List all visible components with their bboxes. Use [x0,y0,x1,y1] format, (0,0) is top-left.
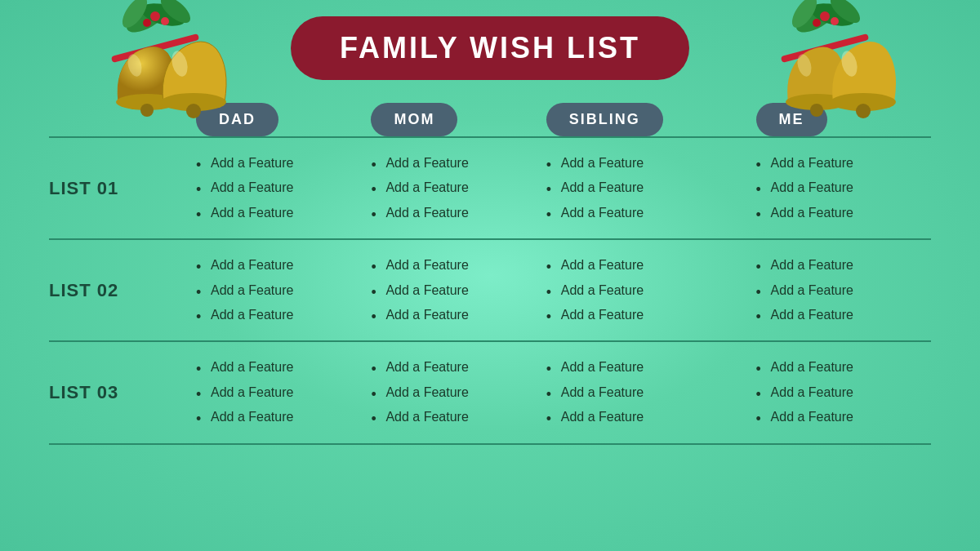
row-label-1: LIST 01 [49,178,118,198]
feature-item: Add a Feature [196,176,371,200]
feature-item: Add a Feature [756,405,931,429]
feature-item: Add a Feature [371,253,546,278]
wish-list-table: DAD MOM SIBLING ME LIST 01Add a FeatureA… [49,96,931,445]
feature-item: Add a Feature [756,253,931,278]
cell-row1-me: Add a FeatureAdd a FeatureAdd a Feature [756,137,931,239]
svg-point-4 [150,11,160,21]
feature-item: Add a Feature [546,303,756,327]
cell-row1-dad: Add a FeatureAdd a FeatureAdd a Feature [196,137,371,239]
feature-item: Add a Feature [546,355,756,380]
feature-item: Add a Feature [196,405,371,429]
feature-item: Add a Feature [371,201,546,225]
feature-item: Add a Feature [546,278,756,303]
feature-item: Add a Feature [196,303,371,327]
table-row: LIST 01Add a FeatureAdd a FeatureAdd a F… [49,137,931,239]
cell-row3-mom: Add a FeatureAdd a FeatureAdd a Feature [371,342,546,443]
feature-item: Add a Feature [756,303,931,327]
table-divider-bottom [49,444,931,445]
feature-item: Add a Feature [196,355,371,380]
bell-left-decoration [74,0,237,131]
feature-item: Add a Feature [546,405,756,429]
cell-row2-me: Add a FeatureAdd a FeatureAdd a Feature [756,240,931,341]
table-row: LIST 03Add a FeatureAdd a FeatureAdd a F… [49,342,931,443]
feature-item: Add a Feature [546,380,756,405]
feature-item: Add a Feature [196,201,371,225]
page-title: FAMILY WISH LIST [340,31,640,65]
row-label-3: LIST 03 [49,382,118,402]
svg-point-26 [856,104,871,118]
svg-point-12 [186,104,201,118]
feature-item: Add a Feature [756,380,931,405]
feature-item: Add a Feature [196,253,371,278]
svg-point-23 [810,104,823,117]
feature-item: Add a Feature [756,355,931,380]
header: FAMILY WISH LIST [0,0,980,80]
feature-item: Add a Feature [196,151,371,176]
feature-item: Add a Feature [756,278,931,303]
feature-item: Add a Feature [371,380,546,405]
cell-row2-dad: Add a FeatureAdd a FeatureAdd a Feature [196,240,371,341]
feature-item: Add a Feature [371,303,546,327]
feature-item: Add a Feature [756,201,931,225]
title-badge: FAMILY WISH LIST [291,16,689,80]
feature-item: Add a Feature [371,151,546,176]
feature-item: Add a Feature [756,176,931,200]
cell-row1-mom: Add a FeatureAdd a FeatureAdd a Feature [371,137,546,239]
cell-row3-me: Add a FeatureAdd a FeatureAdd a Feature [756,342,931,443]
feature-item: Add a Feature [546,176,756,200]
feature-item: Add a Feature [546,253,756,278]
cell-row1-sibling: Add a FeatureAdd a FeatureAdd a Feature [546,137,756,239]
feature-item: Add a Feature [756,151,931,176]
table-row: LIST 02Add a FeatureAdd a FeatureAdd a F… [49,240,931,341]
feature-item: Add a Feature [371,405,546,429]
svg-point-5 [161,17,169,25]
feature-item: Add a Feature [371,176,546,200]
feature-item: Add a Feature [371,355,546,380]
feature-item: Add a Feature [371,278,546,303]
feature-item: Add a Feature [546,201,756,225]
table-container: DAD MOM SIBLING ME LIST 01Add a FeatureA… [0,96,980,445]
page-container: FAMILY WISH LIST [0,0,980,551]
feature-item: Add a Feature [546,151,756,176]
cell-row3-dad: Add a FeatureAdd a FeatureAdd a Feature [196,342,371,443]
bell-right-decoration [743,0,906,131]
cell-row3-sibling: Add a FeatureAdd a FeatureAdd a Feature [546,342,756,443]
col-header-sibling: SIBLING [546,96,756,137]
svg-point-18 [820,11,830,21]
svg-point-6 [143,19,151,27]
svg-point-19 [831,17,839,25]
col-header-mom: MOM [371,96,546,137]
row-label-2: LIST 02 [49,280,118,300]
svg-point-20 [813,19,821,27]
cell-row2-sibling: Add a FeatureAdd a FeatureAdd a Feature [546,240,756,341]
feature-item: Add a Feature [196,278,371,303]
feature-item: Add a Feature [196,380,371,405]
cell-row2-mom: Add a FeatureAdd a FeatureAdd a Feature [371,240,546,341]
svg-point-9 [140,104,154,117]
